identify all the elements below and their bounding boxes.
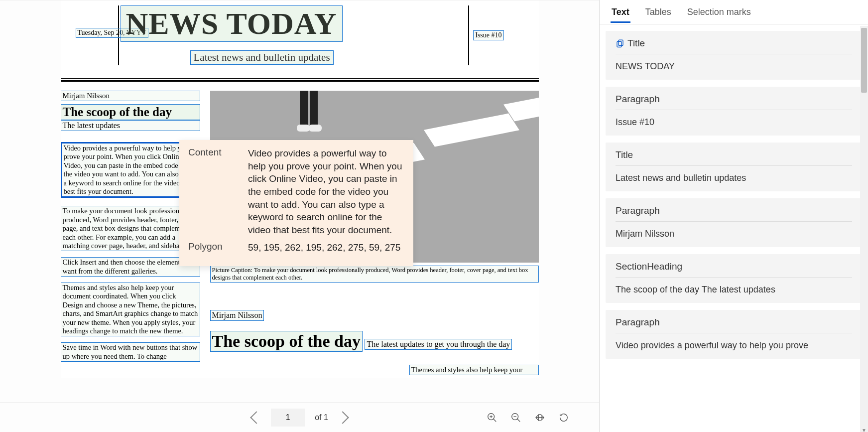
tab-text[interactable]: Text — [611, 2, 630, 22]
paragraph[interactable]: Themes and styles also help keep your — [409, 365, 539, 375]
content-popover: Content Video provides a powerful way to… — [179, 140, 413, 266]
card-value: NEWS TODAY — [616, 54, 852, 72]
deck[interactable]: The latest updates to get you through th… — [365, 339, 512, 350]
paragraph[interactable]: Save time in Word with new buttons that … — [61, 342, 200, 362]
result-card[interactable]: Title Latest news and bulletin updates — [606, 143, 862, 191]
page-controls: of 1 — [0, 402, 599, 432]
next-page-button[interactable] — [336, 411, 349, 424]
card-label: Paragraph — [616, 317, 660, 328]
subtitle[interactable]: Latest news and bulletin updates — [190, 50, 334, 65]
popover-polygon-label: Polygon — [188, 241, 248, 259]
card-value: Video provides a powerful way to help yo… — [616, 333, 852, 351]
card-label: Paragraph — [616, 94, 660, 105]
document-viewer: Tuesday, Sep 20, YYYY NEWS TODAY Issue #… — [0, 0, 599, 432]
card-value: Mirjam Nilsson — [616, 222, 852, 239]
headline[interactable]: The scoop of the day — [61, 104, 200, 120]
author-byline[interactable]: Mirjam Nilsson — [210, 310, 264, 321]
analysis-panel: Text Tables Selection marks Title NEWS T… — [599, 0, 868, 432]
card-value: Issue #10 — [616, 110, 852, 128]
results-list: Title NEWS TODAY Paragraph Issue #10 Tit… — [600, 25, 868, 432]
svg-rect-9 — [617, 41, 621, 47]
page-number-input[interactable] — [271, 409, 305, 427]
card-label: SectionHeading — [616, 261, 682, 272]
popover-polygon-value: 59, 195, 262, 195, 262, 275, 59, 275 — [248, 241, 404, 259]
news-title[interactable]: NEWS TODAY — [121, 5, 343, 42]
rotate-icon[interactable] — [558, 412, 569, 423]
result-card[interactable]: Paragraph Mirjam Nilsson — [606, 198, 862, 247]
card-label: Title — [627, 38, 645, 49]
zoom-out-icon[interactable] — [510, 412, 521, 423]
svg-rect-8 — [619, 40, 623, 45]
of-label: of — [315, 413, 321, 422]
tab-tables[interactable]: Tables — [644, 2, 672, 22]
result-card[interactable]: Paragraph Issue #10 — [606, 87, 862, 136]
scrollbar[interactable] — [860, 26, 868, 432]
svg-line-5 — [517, 419, 520, 422]
image-caption[interactable]: Picture Caption: To make your document l… — [210, 266, 539, 283]
card-value: The scoop of the day The latest updates — [616, 278, 852, 295]
paragraph[interactable]: Themes and styles also help keep your do… — [61, 283, 200, 336]
result-card[interactable]: SectionHeading The scoop of the day The … — [606, 254, 862, 303]
result-card[interactable]: Title NEWS TODAY — [606, 31, 862, 80]
copy-icon — [616, 39, 624, 48]
zoom-in-icon[interactable] — [487, 412, 497, 423]
issue-number[interactable]: Issue #10 — [473, 30, 503, 40]
card-value: Latest news and bulletin updates — [616, 166, 852, 183]
headline[interactable]: The scoop of the day — [210, 331, 363, 352]
tabs: Text Tables Selection marks — [600, 0, 868, 25]
page-total: 1 — [324, 413, 328, 422]
scrollbar-thumb[interactable] — [861, 28, 867, 93]
svg-line-1 — [494, 419, 496, 422]
card-label: Paragraph — [616, 205, 660, 216]
tab-selection-marks[interactable]: Selection marks — [686, 2, 752, 22]
scrollbar-down-icon[interactable] — [862, 425, 867, 431]
deck[interactable]: The latest updates — [61, 120, 200, 131]
prev-page-button[interactable] — [250, 411, 262, 424]
fit-width-icon[interactable] — [534, 412, 545, 423]
popover-content-label: Content — [188, 147, 248, 241]
result-card[interactable]: Paragraph Video provides a powerful way … — [606, 310, 862, 359]
popover-content-value: Video provides a powerful way to help yo… — [248, 147, 404, 241]
author-byline[interactable]: Mirjam Nilsson — [61, 91, 200, 101]
card-label: Title — [616, 149, 633, 160]
